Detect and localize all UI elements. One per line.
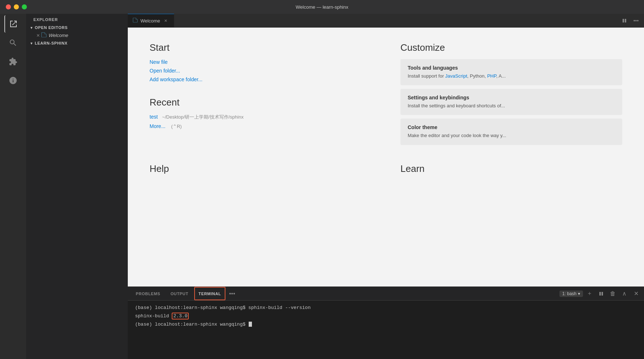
minimize-button[interactable] xyxy=(14,4,19,9)
learn-section: Learn xyxy=(400,163,622,180)
customize-title: Customize xyxy=(400,42,622,53)
color-theme-card[interactable]: Color theme Make the editor and your cod… xyxy=(400,119,622,145)
tab-vscode-icon xyxy=(133,18,138,24)
customize-section: Customize Tools and languages Install su… xyxy=(400,42,622,149)
settings-keybindings-card[interactable]: Settings and keybindings Install the set… xyxy=(400,89,622,115)
shell-selector[interactable]: 1: bash ▾ xyxy=(559,290,583,297)
split-editor-button[interactable] xyxy=(619,16,629,26)
open-editors-section[interactable]: ▾ Open Editors xyxy=(26,24,128,31)
sidebar: Explorer ▾ Open Editors ✕ Welcome ▾ Lear… xyxy=(26,14,128,359)
tools-languages-card[interactable]: Tools and languages Install support for … xyxy=(400,59,622,85)
chevron-down-icon: ▾ xyxy=(578,291,580,296)
start-title: Start xyxy=(150,42,371,53)
title-bar: Welcome — learn-sphinx xyxy=(0,0,644,14)
extensions-activity-icon[interactable] xyxy=(4,53,22,70)
problems-tab[interactable]: PROBLEMS xyxy=(131,287,166,300)
editor-area: Welcome ✕ ••• Start New file O xyxy=(128,14,644,359)
tab-close-icon[interactable]: ✕ xyxy=(163,18,169,24)
more-link[interactable]: More... xyxy=(150,123,166,129)
sidebar-header: Explorer xyxy=(26,14,128,24)
close-terminal-button[interactable]: ✕ xyxy=(631,289,641,299)
welcome-file-item[interactable]: ✕ Welcome xyxy=(26,31,128,40)
window-title: Welcome — learn-sphinx xyxy=(296,4,349,10)
welcome-content: Start New file Open folder... Add worksp… xyxy=(128,28,644,286)
terminal-panel: PROBLEMS OUTPUT TERMINAL ••• 1: bash ▾ xyxy=(128,286,644,359)
chevron-icon-2: ▾ xyxy=(30,41,33,45)
terminal-line-3: (base) localhost:learn-sphinx wangqing$ xyxy=(135,321,637,329)
maximize-button[interactable] xyxy=(22,4,27,9)
terminal-line-1: (base) localhost:learn-sphinx wangqing$ … xyxy=(135,304,637,312)
recent-item: test ~/Desktop/研一上学期/技术写作/sphinx xyxy=(150,114,371,120)
php-link[interactable]: PHP xyxy=(487,73,496,79)
main-layout: Explorer ▾ Open Editors ✕ Welcome ▾ Lear… xyxy=(0,14,644,359)
terminal-tab[interactable]: TERMINAL xyxy=(194,287,225,300)
terminal-line-2: sphinx-build 2.3.0 xyxy=(135,313,637,320)
welcome-file-name: Welcome xyxy=(49,33,68,38)
chevron-icon: ▾ xyxy=(30,26,33,30)
more-shortcut: (⌃R) xyxy=(171,124,182,129)
recent-name[interactable]: test xyxy=(150,114,158,120)
welcome-tab-label: Welcome xyxy=(140,18,160,24)
close-button[interactable] xyxy=(6,4,11,9)
terminal-tabs: PROBLEMS OUTPUT TERMINAL ••• 1: bash ▾ xyxy=(128,287,644,301)
welcome-tab[interactable]: Welcome ✕ xyxy=(128,14,174,27)
add-workspace-link[interactable]: Add workspace folder... xyxy=(150,77,371,82)
open-folder-link[interactable]: Open folder... xyxy=(150,68,371,74)
help-section: Help xyxy=(150,163,371,180)
more-actions-button[interactable]: ••• xyxy=(631,16,641,26)
terminal-actions: 1: bash ▾ ＋ 🗑 ∧ ✕ xyxy=(557,289,641,299)
color-theme-card-title: Color theme xyxy=(408,124,615,130)
tab-bar-actions: ••• xyxy=(616,14,644,27)
explorer-activity-icon[interactable] xyxy=(4,15,22,33)
output-tab[interactable]: OUTPUT xyxy=(166,287,193,300)
tools-card-desc: Install support for JavaScript, Python, … xyxy=(408,73,615,79)
shell-name: 1: bash xyxy=(562,291,576,296)
open-editors-label: Open Editors xyxy=(35,25,68,30)
help-title: Help xyxy=(150,163,371,174)
traffic-lights xyxy=(6,4,27,9)
settings-card-desc: Install the settings and keyboard shortc… xyxy=(408,103,615,109)
vscode-file-icon xyxy=(41,32,46,38)
tab-bar: Welcome ✕ ••• xyxy=(128,14,644,28)
split-terminal-button[interactable] xyxy=(596,289,606,299)
delete-terminal-button[interactable]: 🗑 xyxy=(608,289,618,299)
color-theme-card-desc: Make the editor and your code look the w… xyxy=(408,132,615,139)
learn-title: Learn xyxy=(400,163,622,174)
start-section: Start New file Open folder... Add worksp… xyxy=(150,42,371,149)
learn-sphinx-section[interactable]: ▾ Learn-Sphinx xyxy=(26,40,128,47)
learn-sphinx-label: Learn-Sphinx xyxy=(35,41,68,45)
collapse-terminal-button[interactable]: ∧ xyxy=(619,289,629,299)
tools-card-title: Tools and languages xyxy=(408,65,615,71)
terminal-more-button[interactable]: ••• xyxy=(226,290,238,297)
debug-activity-icon[interactable] xyxy=(4,72,22,89)
javascript-link[interactable]: JavaScript xyxy=(445,73,467,79)
search-activity-icon[interactable] xyxy=(4,34,22,51)
terminal-body[interactable]: (base) localhost:learn-sphinx wangqing$ … xyxy=(128,301,644,359)
terminal-prompt: (base) localhost:learn-sphinx wangqing$ xyxy=(135,322,248,327)
version-highlight: 2.3.0 xyxy=(172,313,189,319)
terminal-cursor xyxy=(249,322,252,327)
settings-card-title: Settings and keybindings xyxy=(408,95,615,100)
activity-bar xyxy=(0,14,26,359)
new-terminal-button[interactable]: ＋ xyxy=(584,289,595,299)
recent-path: ~/Desktop/研一上学期/技术写作/sphinx xyxy=(162,114,244,120)
recent-title: Recent xyxy=(150,97,371,108)
new-file-link[interactable]: New file xyxy=(150,59,371,65)
file-close-icon[interactable]: ✕ xyxy=(36,33,40,38)
